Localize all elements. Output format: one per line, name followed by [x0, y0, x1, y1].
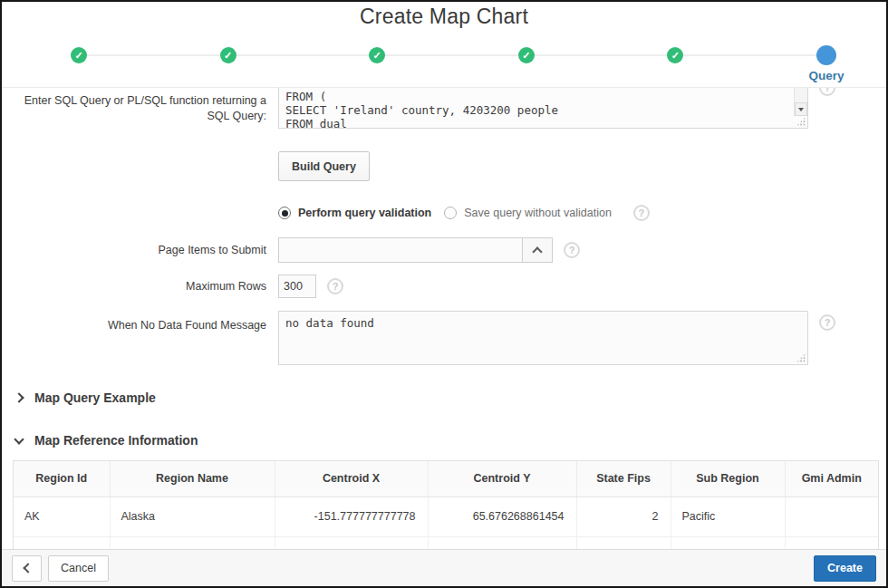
- table-cell: AL: [14, 536, 110, 549]
- no-data-value: no data found: [279, 312, 807, 334]
- build-query-button[interactable]: Build Query: [278, 151, 370, 181]
- create-button[interactable]: Create: [814, 555, 876, 582]
- page-items-lov-button[interactable]: [522, 238, 552, 262]
- table-column-header: Region Name: [110, 461, 275, 496]
- max-rows-label: Maximum Rows: [2, 279, 278, 294]
- table-cell: AK: [14, 496, 110, 536]
- wizard-footer: Cancel Create: [2, 549, 886, 586]
- wizard-step-marker: ✓: [667, 47, 683, 63]
- sql-query-editor[interactable]: FROM ( SELECT 'Ireland' country, 4203200…: [278, 88, 808, 129]
- wizard-step: ✓: [518, 47, 535, 63]
- page-items-input[interactable]: [279, 238, 522, 262]
- table-cell: 1: [576, 536, 671, 549]
- page-items-label: Page Items to Submit: [2, 243, 278, 258]
- triangle-down-icon: [798, 108, 804, 111]
- table-cell: -151.777777777778: [275, 496, 428, 536]
- checkmark-icon: ✓: [522, 51, 530, 61]
- table-cell: -86.6934038888871: [275, 536, 428, 549]
- table-row: ALAlabama-86.693403888887132.63401085534…: [14, 536, 878, 549]
- wizard-step: ✓: [71, 47, 87, 63]
- table-column-header: State Fips: [576, 461, 671, 496]
- scroll-down-button[interactable]: [795, 102, 807, 116]
- checkmark-icon: ✓: [74, 51, 82, 61]
- build-query-row: Build Query: [2, 151, 886, 181]
- map-reference-table: Region IdRegion NameCentroid XCentroid Y…: [13, 460, 879, 549]
- table-header-row: Region IdRegion NameCentroid XCentroid Y…: [14, 461, 878, 496]
- table-cell: 2: [576, 496, 671, 536]
- wizard-progress: ✓ ✓ ✓ ✓ ✓ Query: [2, 42, 886, 87]
- table-cell: [785, 536, 878, 549]
- help-icon[interactable]: ?: [564, 242, 580, 258]
- table-cell: Pacific: [671, 496, 785, 536]
- no-data-row: When No Data Found Message no data found…: [2, 311, 886, 365]
- table-cell: E S Cen: [671, 536, 785, 549]
- table-column-header: Gmi Admin: [785, 461, 878, 496]
- wizard-step-label: Query: [772, 69, 881, 82]
- table-column-header: Centroid Y: [428, 461, 576, 496]
- chevron-left-icon: [23, 563, 33, 573]
- section-map-reference-information[interactable]: Map Reference Information: [15, 433, 886, 448]
- page-items-field: [278, 237, 553, 263]
- editor-scrollbar[interactable]: [794, 88, 807, 116]
- wizard-step: ✓: [220, 47, 236, 63]
- validation-row: Perform query validation Save query with…: [2, 205, 886, 221]
- max-rows-row: Maximum Rows ?: [2, 275, 886, 298]
- wizard-step: ✓: [667, 47, 683, 63]
- chevron-up-icon: [532, 246, 542, 256]
- sql-query-value: FROM ( SELECT 'Ireland' country, 4203200…: [279, 88, 807, 129]
- checkmark-icon: ✓: [373, 51, 381, 61]
- help-icon[interactable]: ?: [327, 278, 343, 294]
- wizard-step-marker: ✓: [71, 47, 87, 63]
- table-cell: Alaska: [110, 496, 275, 536]
- sql-query-control: FROM ( SELECT 'Ireland' country, 4203200…: [278, 88, 886, 129]
- radio-save-without-validation[interactable]: [444, 207, 457, 219]
- no-data-label: When No Data Found Message: [2, 311, 278, 365]
- create-map-chart-wizard: Create Map Chart ✓ ✓ ✓ ✓ ✓ Query Enter S…: [0, 0, 888, 588]
- radio-perform-validation-label[interactable]: Perform query validation: [298, 207, 431, 219]
- page-title: Create Map Chart: [2, 2, 886, 29]
- resize-grip-icon[interactable]: [796, 353, 806, 362]
- radio-perform-validation[interactable]: [278, 207, 291, 219]
- sql-query-label: Enter SQL Query or PL/SQL function retur…: [2, 88, 278, 129]
- help-icon[interactable]: ?: [819, 88, 835, 96]
- table-cell: [785, 496, 878, 536]
- cancel-button[interactable]: Cancel: [48, 555, 109, 582]
- chevron-down-icon: [14, 434, 24, 444]
- table-cell: Alabama: [110, 536, 275, 549]
- checkmark-icon: ✓: [671, 51, 680, 61]
- section-label: Map Reference Information: [34, 433, 198, 448]
- wizard-header: Create Map Chart ✓ ✓ ✓ ✓ ✓ Query: [2, 2, 886, 88]
- wizard-step-marker: [816, 45, 836, 65]
- help-icon[interactable]: ?: [819, 314, 835, 331]
- previous-button[interactable]: [12, 555, 42, 582]
- wizard-step: ✓: [369, 47, 385, 63]
- help-icon[interactable]: ?: [633, 205, 650, 221]
- table-row: AKAlaska-151.77777777777865.676268861454…: [14, 496, 878, 536]
- form-region: Enter SQL Query or PL/SQL function retur…: [2, 88, 886, 549]
- section-map-query-example[interactable]: Map Query Example: [15, 390, 886, 405]
- section-label: Map Query Example: [34, 390, 156, 405]
- no-data-textarea[interactable]: no data found: [278, 311, 808, 365]
- table-column-header: Centroid X: [275, 461, 428, 496]
- table-cell: 32.6340108553488: [428, 536, 576, 549]
- wizard-steps: ✓ ✓ ✓ ✓ ✓ Query: [71, 42, 836, 69]
- wizard-step-marker: ✓: [518, 47, 535, 63]
- radio-save-without-validation-label[interactable]: Save query without validation: [464, 207, 612, 219]
- checkmark-icon: ✓: [224, 51, 232, 61]
- wizard-step-marker: ✓: [369, 47, 385, 63]
- table-column-header: Sub Region: [671, 461, 785, 496]
- table-column-header: Region Id: [14, 461, 110, 496]
- wizard-step: Query: [816, 45, 836, 65]
- chevron-right-icon: [14, 392, 24, 402]
- wizard-step-marker: ✓: [220, 47, 236, 63]
- page-items-row: Page Items to Submit ?: [2, 237, 886, 263]
- sql-query-row: Enter SQL Query or PL/SQL function retur…: [2, 88, 886, 129]
- table-cell: 65.676268861454: [428, 496, 576, 536]
- max-rows-input[interactable]: [278, 275, 316, 298]
